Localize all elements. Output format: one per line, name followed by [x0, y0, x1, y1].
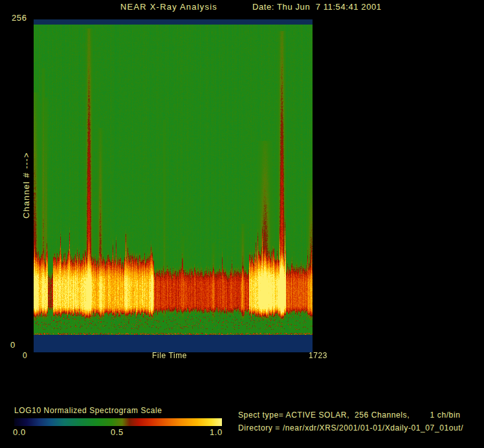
- y-axis-max-label: 256: [12, 14, 27, 23]
- date-label: Date: Thu Jun 7 11:54:41 2001: [252, 3, 382, 12]
- x-axis-max-label: 1723: [309, 352, 327, 360]
- spect-type-line: Spect type= ACTIVE SOLAR, 256 Channels, …: [238, 411, 460, 420]
- x-axis-label: File Time: [152, 352, 187, 360]
- colorbar-gradient: [14, 418, 222, 426]
- spectrogram-canvas: [34, 19, 313, 352]
- colorbar-tick-mid: 0.5: [111, 428, 124, 437]
- x-axis-min-label: 0: [23, 352, 27, 360]
- y-axis-label: Channel # --->: [21, 152, 31, 219]
- page-title: NEAR X-Ray Analysis: [120, 3, 217, 12]
- colorbar-tick-min: 0.0: [13, 428, 26, 437]
- directory-line: Directory = /near/xdr/XRS/2001/01-01/Xda…: [238, 424, 463, 432]
- colorbar-tick-max: 1.0: [210, 428, 223, 437]
- y-axis-min-label: 0: [10, 341, 16, 350]
- colorbar-label: LOG10 Normalized Spectrogram Scale: [14, 407, 162, 415]
- near-xray-analysis-window: NEAR X-Ray Analysis Date: Thu Jun 7 11:5…: [0, 0, 484, 448]
